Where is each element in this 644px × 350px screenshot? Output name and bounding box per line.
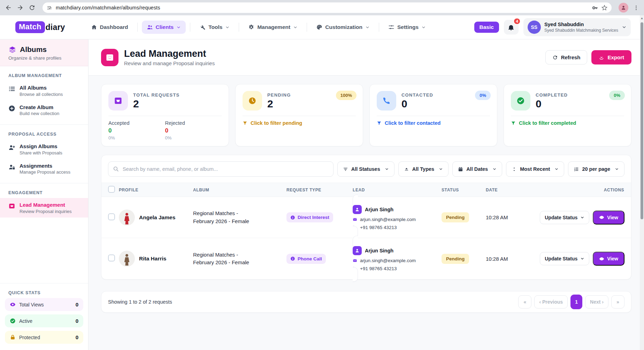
page-header: Lead Management Review and manage Propos… (89, 39, 644, 76)
chevron-down-icon (225, 25, 230, 30)
address-bar[interactable]: matchdiary.com/matchmaker/albums/request… (43, 2, 612, 13)
user-avatar: SS (528, 21, 541, 34)
stat-card-label: TOTAL REQUESTS (133, 92, 179, 98)
update-status-button[interactable]: Update Status (540, 211, 589, 224)
phone-icon (353, 266, 357, 271)
view-button[interactable]: View (593, 252, 624, 266)
percent-badge: 0% (609, 91, 625, 100)
next-page-button[interactable]: Next › (585, 295, 608, 309)
browser-reload-icon[interactable] (29, 4, 36, 11)
browser-chrome: matchdiary.com/matchmaker/albums/request… (0, 0, 644, 15)
plan-badge[interactable]: Basic (474, 22, 499, 33)
users-icon (147, 24, 153, 30)
home-icon (91, 24, 97, 30)
previous-page-button[interactable]: ‹ Previous (534, 295, 568, 309)
lead-management-icon (101, 49, 118, 66)
filter-bar: All Statuses All Types All Dates (101, 161, 631, 177)
export-button[interactable]: Export (591, 50, 631, 64)
browser-back-icon[interactable] (5, 4, 12, 11)
logo-part-1: Match (15, 21, 45, 33)
request-date: 10:28 AM (486, 256, 529, 262)
notifications-button[interactable]: 4 (504, 20, 519, 35)
filter-link-label: Click to filter pending (251, 120, 302, 126)
date-filter-dropdown[interactable]: All Dates (452, 161, 502, 177)
nav-label: Management (257, 24, 290, 30)
column-album: ALBUM (193, 188, 286, 192)
layers-icon (8, 46, 16, 54)
password-key-icon[interactable] (592, 5, 598, 11)
app-navbar: Match diary Dashboard Clients Tools Mana… (0, 15, 644, 39)
sidebar-item-all-albums[interactable]: All Albums Browse all collections (0, 81, 88, 100)
nav-item-management[interactable]: Management (243, 21, 302, 34)
sidebar-item-lead-management[interactable]: Lead Management Review Proposal inquirie… (0, 198, 88, 218)
per-page-dropdown[interactable]: 20 per page (568, 161, 624, 177)
eye-icon (599, 215, 604, 220)
stat-card-contacted: CONTACTED 0 0% Click to filter contacted (369, 84, 497, 146)
view-label: View (607, 215, 618, 220)
phone-icon (353, 225, 357, 230)
stat-card-value: 2 (267, 98, 291, 110)
album-name: Regional Matches - February 2026 - Femal… (193, 210, 254, 225)
sidebar-item-create-album[interactable]: Create Album Build new collection (0, 100, 88, 120)
row-checkbox[interactable] (108, 213, 115, 220)
view-button[interactable]: View (593, 211, 624, 225)
filter-contacted-link[interactable]: Click to filter contacted (377, 120, 490, 126)
stat-card-value: 0 (401, 98, 433, 110)
nav-divider (307, 23, 307, 32)
bookmark-star-icon[interactable] (601, 5, 607, 11)
funnel-icon (243, 121, 247, 125)
browser-forward-icon[interactable] (17, 4, 24, 11)
download-icon (599, 55, 604, 60)
scrollbar-thumb[interactable] (641, 22, 643, 219)
accepted-label: Accepted (108, 120, 165, 126)
nav-item-clients[interactable]: Clients (142, 21, 186, 34)
lock-icon (10, 334, 16, 340)
search-input[interactable] (108, 161, 334, 177)
nav-item-customization[interactable]: Customization (311, 21, 375, 34)
browser-profile-avatar[interactable] (619, 3, 628, 13)
quick-stat-active: Active 0 (5, 314, 83, 327)
browser-menu-icon[interactable] (633, 5, 639, 11)
export-label: Export (607, 54, 624, 60)
sidebar-item-assignments[interactable]: Assignments Manage Proposal access (0, 159, 88, 178)
per-page-label: 20 per page (582, 166, 610, 172)
page-1-button[interactable]: 1 (570, 295, 582, 309)
sort-dropdown[interactable]: Most Recent (506, 161, 564, 177)
main-menu: Dashboard Clients Tools Management Custo… (86, 21, 474, 34)
filter-link-label: Click to filter contacted (385, 120, 440, 126)
filter-completed-link[interactable]: Click to filter completed (511, 120, 624, 126)
row-checkbox[interactable] (108, 254, 115, 261)
chevron-down-icon (365, 25, 370, 30)
chevron-down-icon (580, 215, 584, 220)
nav-item-settings[interactable]: Settings (383, 21, 431, 34)
type-filter-dropdown[interactable]: All Types (398, 161, 449, 177)
chevron-down-icon (176, 25, 181, 30)
quick-stats: QUICK STATS Total Views 0 Active 0 Prote… (0, 283, 88, 350)
filter-pending-link[interactable]: Click to filter pending (243, 120, 356, 126)
last-page-button[interactable]: » (611, 295, 624, 309)
sidebar-header: Albums Organize & share profiles (0, 39, 88, 66)
refresh-button[interactable]: Refresh (545, 50, 588, 64)
percent-badge: 0% (475, 91, 491, 100)
funnel-icon (511, 121, 516, 125)
nav-item-tools[interactable]: Tools (194, 21, 235, 34)
rejected-percent: 0% (165, 135, 222, 140)
site-info-icon[interactable] (47, 5, 52, 10)
gear-icon (248, 24, 254, 30)
nav-divider (239, 23, 239, 32)
nav-label: Customization (325, 24, 362, 30)
status-filter-dropdown[interactable]: All Statuses (337, 161, 394, 177)
stat-label: Total Views (19, 302, 72, 307)
nav-item-dashboard[interactable]: Dashboard (86, 21, 133, 34)
person-figure-icon (120, 253, 134, 267)
update-status-button[interactable]: Update Status (540, 252, 589, 265)
select-all-checkbox[interactable] (108, 186, 115, 193)
info-icon (290, 256, 295, 261)
stat-card-value: 2 (133, 98, 179, 110)
app-logo[interactable]: Match diary (15, 21, 65, 33)
first-page-button[interactable]: « (518, 295, 531, 309)
sidebar-item-assign-albums[interactable]: Assign Albums Share with Proposals (0, 139, 88, 159)
scrollbar-up-arrow[interactable]: ▲ (640, 15, 644, 20)
user-menu[interactable]: SS Syed Shabuddin Syed Shabuddin Matchma… (523, 18, 631, 36)
sidebar-title: Albums (20, 45, 47, 54)
